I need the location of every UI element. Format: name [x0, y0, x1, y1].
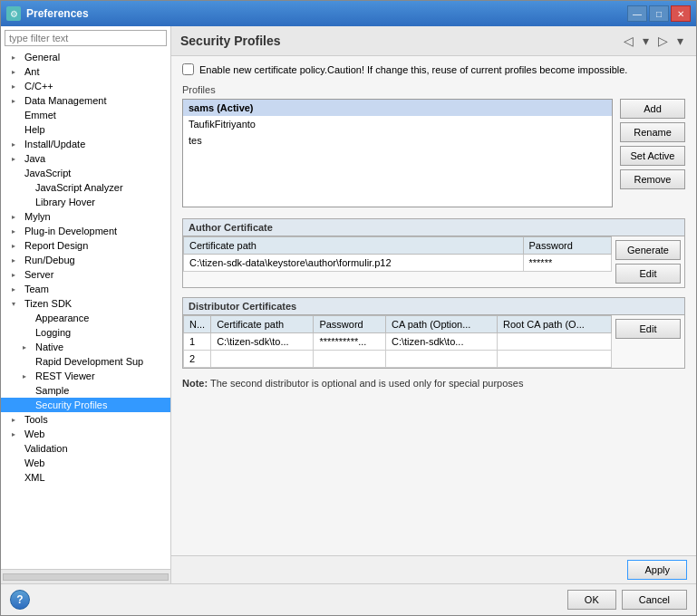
- sidebar-item-javascript[interactable]: JavaScript: [1, 166, 170, 180]
- enable-certificate-row: Enable new certificate policy.Caution! I…: [182, 63, 685, 75]
- author-cert-content: Certificate path Password C:\tizen-sdk-d…: [183, 236, 684, 287]
- sidebar-item-library-hover[interactable]: Library Hover: [1, 195, 170, 209]
- nav-buttons: ◁ ▾ ▷ ▾: [620, 32, 687, 50]
- sidebar-item-native[interactable]: ▸Native: [1, 340, 170, 354]
- enable-certificate-label: Enable new certificate policy.Caution! I…: [199, 64, 627, 75]
- sidebar-item-data-management[interactable]: ▸Data Management: [1, 93, 170, 108]
- distributor-cert-section: Distributor Certificates N... Certificat…: [182, 297, 685, 369]
- sidebar-item-mylyn[interactable]: ▸Mylyn: [1, 209, 170, 224]
- sidebar-item-rapid-dev[interactable]: Rapid Development Sup: [1, 354, 170, 369]
- nav-dropdown[interactable]: ▾: [639, 32, 653, 50]
- sidebar-item-security-profiles[interactable]: Security Profiles: [1, 398, 170, 412]
- tree-item-label: Security Profiles: [35, 399, 107, 410]
- tree-item-label: Help: [24, 124, 45, 135]
- tree-item-label: Logging: [35, 327, 71, 338]
- tree-item-label: Report Design: [24, 240, 88, 251]
- sidebar-item-tools[interactable]: ▸Tools: [1, 412, 170, 427]
- profile-item[interactable]: sams (Active): [183, 100, 612, 116]
- table-row: 1 C:\tizen-sdk\to... **********... C:\ti…: [184, 333, 612, 351]
- tree-item-label: REST Viewer: [35, 371, 95, 381]
- ok-button[interactable]: OK: [567, 590, 616, 610]
- sidebar-item-help[interactable]: Help: [1, 122, 170, 137]
- dist-cert-1: C:\tizen-sdk\to...: [211, 333, 314, 351]
- forward-button[interactable]: ▷: [654, 32, 672, 50]
- tree-item-label: Sample: [35, 385, 69, 396]
- set-active-button[interactable]: Set Active: [620, 146, 685, 166]
- expand-icon: ▸: [12, 155, 21, 163]
- dist-n-2: 2: [184, 351, 211, 368]
- back-button[interactable]: ◁: [620, 32, 637, 50]
- sidebar-item-sample[interactable]: Sample: [1, 383, 170, 398]
- tree-item-label: Web: [24, 457, 44, 468]
- sidebar-item-rest-viewer[interactable]: ▸REST Viewer: [1, 369, 170, 383]
- expand-icon: ▸: [23, 343, 32, 351]
- expand-icon: ▸: [12, 271, 21, 279]
- scrollbar-track[interactable]: [3, 573, 169, 581]
- sidebar: ▸General▸Ant▸C/C++▸Data ManagementEmmetH…: [1, 26, 171, 583]
- author-cert-buttons: Generate Edit: [612, 236, 684, 287]
- apply-button[interactable]: Apply: [627, 560, 687, 580]
- tree-item-label: Appearance: [35, 313, 89, 323]
- maximize-button[interactable]: □: [649, 5, 669, 22]
- profile-item[interactable]: TaufikFitriyanto: [183, 116, 612, 132]
- sidebar-item-web2[interactable]: Web: [1, 456, 170, 470]
- author-cert-password-cell: ******: [523, 255, 611, 272]
- sidebar-item-emmet[interactable]: Emmet: [1, 108, 170, 122]
- sidebar-item-general[interactable]: ▸General: [1, 50, 170, 64]
- edit-distributor-button[interactable]: Edit: [615, 319, 681, 339]
- help-button[interactable]: ?: [10, 590, 30, 610]
- expand-icon: ▸: [12, 285, 21, 294]
- sidebar-item-javascript-analyzer[interactable]: JavaScript Analyzer: [1, 180, 170, 195]
- sidebar-item-ant[interactable]: ▸Ant: [1, 64, 170, 79]
- content-header: Security Profiles ◁ ▾ ▷ ▾: [171, 26, 696, 56]
- enable-certificate-checkbox[interactable]: [182, 63, 194, 75]
- sidebar-item-appearance[interactable]: Appearance: [1, 311, 170, 325]
- close-button[interactable]: ✕: [671, 5, 691, 22]
- sidebar-item-logging[interactable]: Logging: [1, 325, 170, 340]
- dist-ca-1: C:\tizen-sdk\to...: [385, 333, 497, 351]
- sidebar-item-team[interactable]: ▸Team: [1, 282, 170, 296]
- table-row: 2: [184, 351, 612, 368]
- sidebar-item-validation[interactable]: Validation: [1, 441, 170, 456]
- dist-pwd-2: [314, 351, 386, 368]
- author-cert-section: Author Certificate Certificate path Pass…: [182, 218, 685, 288]
- tree-item-label: Tizen SDK: [24, 298, 72, 309]
- profiles-list[interactable]: sams (Active)TaufikFitriyantotes: [182, 99, 613, 207]
- sidebar-item-plugin-development[interactable]: ▸Plug-in Development: [1, 224, 170, 238]
- expand-icon: ▸: [12, 242, 21, 250]
- sidebar-item-xml[interactable]: XML: [1, 470, 170, 485]
- add-profile-button[interactable]: Add: [620, 99, 685, 119]
- tree-item-label: Run/Debug: [24, 255, 75, 265]
- expand-icon: ▸: [12, 97, 21, 105]
- expand-icon: ▸: [12, 227, 21, 236]
- content-panel: Security Profiles ◁ ▾ ▷ ▾ Enable new cer…: [171, 26, 696, 583]
- window-title: Preferences: [26, 7, 622, 20]
- cancel-button[interactable]: Cancel: [622, 590, 687, 610]
- expand-icon: ▸: [12, 430, 21, 438]
- nav-more[interactable]: ▾: [673, 32, 687, 50]
- filter-input[interactable]: [5, 30, 167, 46]
- edit-author-button[interactable]: Edit: [615, 264, 681, 284]
- tree-item-label: General: [24, 52, 60, 63]
- minimize-button[interactable]: —: [627, 5, 647, 22]
- sidebar-item-cpp[interactable]: ▸C/C++: [1, 79, 170, 93]
- note-text: Note: The second distributor is optional…: [182, 378, 685, 389]
- sidebar-item-java[interactable]: ▸Java: [1, 151, 170, 166]
- generate-button[interactable]: Generate: [615, 240, 681, 260]
- author-cert-table: Certificate path Password C:\tizen-sdk-d…: [183, 236, 612, 272]
- sidebar-item-tizen-sdk[interactable]: ▾Tizen SDK: [1, 296, 170, 311]
- sidebar-item-server[interactable]: ▸Server: [1, 267, 170, 282]
- author-cert-table-area: Certificate path Password C:\tizen-sdk-d…: [183, 236, 612, 287]
- dist-ca-2: [385, 351, 497, 368]
- sidebar-scrollbar[interactable]: [1, 569, 170, 583]
- sidebar-item-install-update[interactable]: ▸Install/Update: [1, 137, 170, 151]
- remove-profile-button[interactable]: Remove: [620, 169, 685, 189]
- rename-profile-button[interactable]: Rename: [620, 122, 685, 142]
- dist-n-1: 1: [184, 333, 211, 351]
- sidebar-item-run-debug[interactable]: ▸Run/Debug: [1, 253, 170, 267]
- sidebar-item-report-design[interactable]: ▸Report Design: [1, 238, 170, 253]
- profile-item[interactable]: tes: [183, 132, 612, 149]
- tree-item-label: Ant: [24, 66, 40, 77]
- sidebar-item-web[interactable]: ▸Web: [1, 427, 170, 441]
- tree-item-label: Validation: [24, 443, 68, 454]
